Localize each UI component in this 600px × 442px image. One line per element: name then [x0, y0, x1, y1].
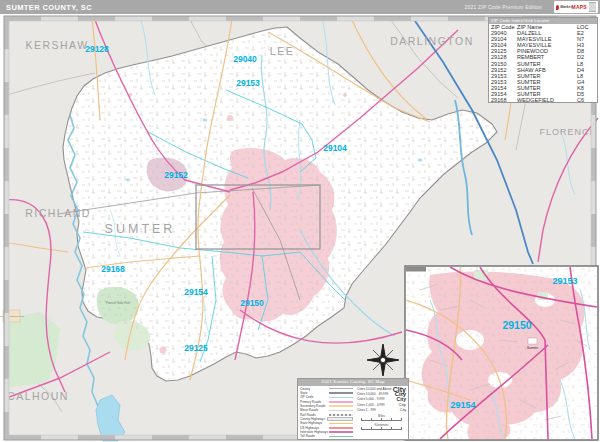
- label-darlington: DARLINGTON: [390, 35, 474, 47]
- map-title: SUMTER COUNTY, SC: [0, 3, 92, 12]
- label-sumter-county: SUMTER: [105, 222, 176, 236]
- city-sample-text: City: [399, 402, 406, 407]
- marketmaps-logo: Market MAPS: [554, 1, 598, 13]
- scale-bar-kilometers: Kilometers: [357, 423, 406, 430]
- us-hwy-sample: [329, 427, 353, 429]
- zip-label-29153: 29153: [236, 78, 260, 88]
- zip-line-sample: [329, 397, 353, 399]
- zip-label-29104: 29104: [323, 143, 347, 153]
- label-florence: FLORENCE: [539, 127, 596, 137]
- legend-line-items: County State ZIP Code Primary Roads Seco…: [298, 386, 356, 439]
- zip-label-29152: 29152: [164, 170, 188, 180]
- logo-mark-icon: [556, 5, 559, 10]
- label-richland: RICHLAND: [25, 207, 91, 219]
- city-size-label: Cities 50,000 and Above: [357, 387, 393, 391]
- city-size-item: Cities 1 - 999City: [357, 407, 406, 412]
- zip-label-29150: 29150: [240, 298, 264, 308]
- zip-label-29154: 29154: [184, 287, 208, 297]
- legend-city-items: Cities 50,000 and AboveCity Cities 10,00…: [356, 386, 408, 439]
- county-hwy-sample: [327, 417, 353, 421]
- label-lee: LEE: [270, 45, 294, 57]
- logo-maps-text: MAPS: [572, 4, 587, 10]
- zip-cell: 29168: [491, 97, 517, 103]
- railroad-sample: [329, 414, 353, 416]
- zip-label-29128: 29128: [85, 44, 109, 54]
- legend-item-label: Toll Roads: [300, 434, 329, 438]
- scale-bar-miles: Miles: [357, 414, 406, 421]
- inset-zip-label-29154: 29154: [450, 400, 475, 410]
- city-size-label: Cities 1 - 999: [357, 408, 400, 412]
- zip-label-29168: 29168: [101, 264, 125, 274]
- inset-zip-label-29153: 29153: [552, 276, 577, 286]
- inset-zip-label-29150: 29150: [502, 319, 531, 331]
- state-hwy-sample: [329, 423, 353, 425]
- toll-road-sample: [329, 436, 353, 438]
- county-line-sample: [329, 388, 353, 390]
- name-cell: WEDGEFIELD: [517, 97, 577, 103]
- label-poinsett-park: Poinsett State Park: [106, 301, 131, 305]
- city-size-label: Cities 10,000 - 49,999: [357, 392, 395, 396]
- zip-label-29125: 29125: [184, 343, 208, 353]
- city-sample-text: City: [400, 408, 406, 412]
- inset-mini-titlebar: [406, 267, 426, 272]
- city-size-item: Cities 1,000 - 4,999City: [357, 402, 406, 407]
- loc-cell: C6: [577, 97, 595, 103]
- zip-index-table: ZIP Code Index/Grid Locator ZIP Code ZIP…: [488, 17, 598, 103]
- city-size-label: Cities 5,000 - 9,999: [357, 397, 397, 401]
- state-line-sample: [329, 392, 353, 394]
- interstate-sample: [329, 431, 353, 433]
- label-calhoun: CALHOUN: [7, 390, 69, 402]
- zip-label-29040: 29040: [233, 54, 257, 64]
- logo-side-block: [589, 2, 596, 12]
- secondary-road-sample: [329, 405, 353, 407]
- table-row: 29168WEDGEFIELDC6: [489, 97, 597, 103]
- inset-city-label: Sumter: [527, 346, 539, 350]
- logo-market-text: Market: [560, 5, 571, 9]
- map-product-page: { "header": { "title": "SUMTER COUNTY, S…: [0, 0, 600, 442]
- edition-label: 2021 ZIP Code Premium Edition: [465, 4, 542, 10]
- city-size-label: Cities 1,000 - 4,999: [357, 403, 399, 407]
- minor-road-sample: [329, 410, 353, 412]
- legend-item: Toll Roads: [300, 434, 356, 438]
- map-legend: 2021 Sumter County, SC Map County State …: [297, 378, 409, 440]
- label-kershaw: KERSHAW: [25, 39, 88, 51]
- title-bar: SUMTER COUNTY, SC 2021 ZIP Code Premium …: [0, 0, 600, 14]
- inset-map: Sumter 29153 29150 29154: [405, 266, 598, 440]
- primary-road-sample: [329, 401, 353, 403]
